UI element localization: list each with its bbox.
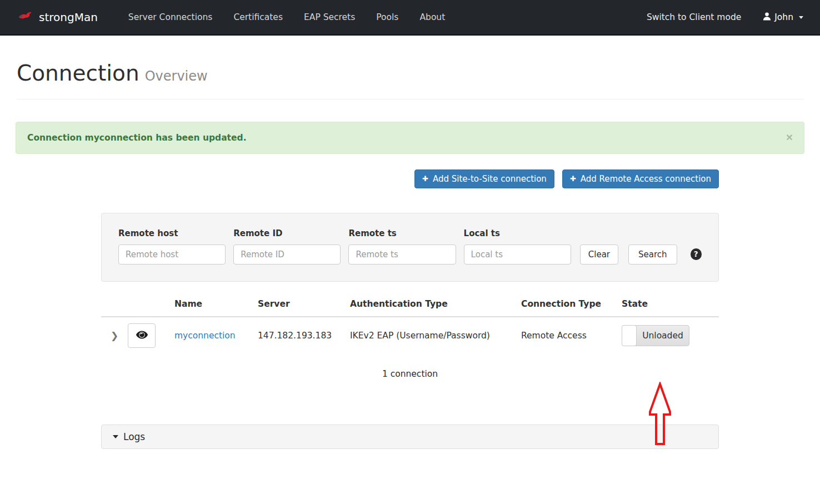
main-content: ✚ Add Site-to-Site connection ✚ Add Remo… [101,169,719,449]
remote-id-label: Remote ID [233,228,341,238]
field-remote-ts: Remote ts [348,228,456,265]
success-alert: Connection myconnection has been updated… [16,122,804,154]
plus-icon: ✚ [570,175,576,182]
remote-host-label: Remote host [118,228,226,238]
remote-id-input[interactable] [233,244,341,265]
table-header-row: Name Server Authentication Type Connecti… [101,299,719,317]
eye-icon [136,330,148,341]
cell-auth-type: IKEv2 EAP (Username/Password) [350,331,521,341]
search-panel: Remote host Remote ID Remote ts Local ts… [101,213,719,282]
add-remote-access-button[interactable]: ✚ Add Remote Access connection [562,169,719,188]
switch-to-client-mode-link[interactable]: Switch to Client mode [647,12,741,22]
field-remote-id: Remote ID [233,228,341,265]
nav-item-server-connections[interactable]: Server Connections [118,0,223,34]
brand-logo[interactable]: strongMan [9,0,107,34]
nav-item-about[interactable]: About [409,0,456,34]
nav-item-certificates[interactable]: Certificates [223,0,293,34]
clear-button[interactable]: Clear [580,244,618,265]
local-ts-input[interactable] [464,244,571,265]
add-remote-access-label: Add Remote Access connection [581,174,711,184]
expand-chevron-icon[interactable]: ❯ [111,330,118,341]
user-icon [762,12,772,23]
header-name[interactable]: Name [174,299,258,309]
header-divider [17,99,803,99]
search-button[interactable]: Search [628,244,677,265]
header-state: State [622,299,719,309]
user-name: John [774,12,793,22]
navbar-right: Switch to Client mode John [647,0,811,34]
header-auth-type: Authentication Type [350,299,521,309]
user-menu[interactable]: John [762,12,811,23]
page-subtitle: Overview [145,68,208,84]
add-site-to-site-label: Add Site-to-Site connection [433,174,547,184]
plus-icon: ✚ [422,175,428,182]
toggle-state-label: Unloaded [637,326,689,346]
table-row: ❯ myconnection 147.182.193.183 IK [101,317,719,354]
top-navbar: strongMan Server Connections Certificate… [0,0,820,36]
nav-item-pools[interactable]: Pools [366,0,409,34]
cell-name: myconnection [174,331,258,341]
field-remote-host: Remote host [118,228,226,265]
view-connection-button[interactable] [128,323,156,348]
main-nav: Server Connections Certificates EAP Secr… [118,0,456,34]
local-ts-label: Local ts [464,228,571,238]
nav-item-eap-secrets[interactable]: EAP Secrets [293,0,366,34]
logs-panel-header[interactable]: Logs [101,425,719,449]
toggle-knob [622,325,637,346]
remote-ts-label: Remote ts [348,228,456,238]
state-toggle[interactable]: Unloaded [622,325,689,346]
field-local-ts: Local ts [464,228,571,265]
caret-down-icon [113,435,118,438]
page-title-text: Connection [17,61,139,86]
add-site-to-site-button[interactable]: ✚ Add Site-to-Site connection [414,169,554,188]
remote-host-input[interactable] [118,244,226,265]
header-connection-type: Connection Type [521,299,622,309]
header-server: Server [258,299,350,309]
remote-ts-input[interactable] [348,244,456,265]
caret-down-icon [799,16,803,19]
connections-table: Name Server Authentication Type Connecti… [101,299,719,354]
logs-label: Logs [123,431,145,442]
connection-name-link[interactable]: myconnection [174,331,236,341]
cell-connection-type: Remote Access [521,331,622,341]
connection-actions: ✚ Add Site-to-Site connection ✚ Add Remo… [101,169,719,188]
page-title: ConnectionOverview [17,61,803,86]
page-header: ConnectionOverview [0,61,820,86]
alert-message: Connection myconnection has been updated… [27,133,247,143]
brand-name: strongMan [39,11,98,24]
cell-state: Unloaded [622,325,719,346]
help-icon[interactable]: ? [691,248,702,260]
strongswan-swan-icon [18,9,33,25]
connection-count: 1 connection [101,369,719,379]
row-controls: ❯ [101,323,174,348]
cell-server: 147.182.193.183 [258,331,350,341]
alert-close-icon[interactable]: × [786,131,793,143]
